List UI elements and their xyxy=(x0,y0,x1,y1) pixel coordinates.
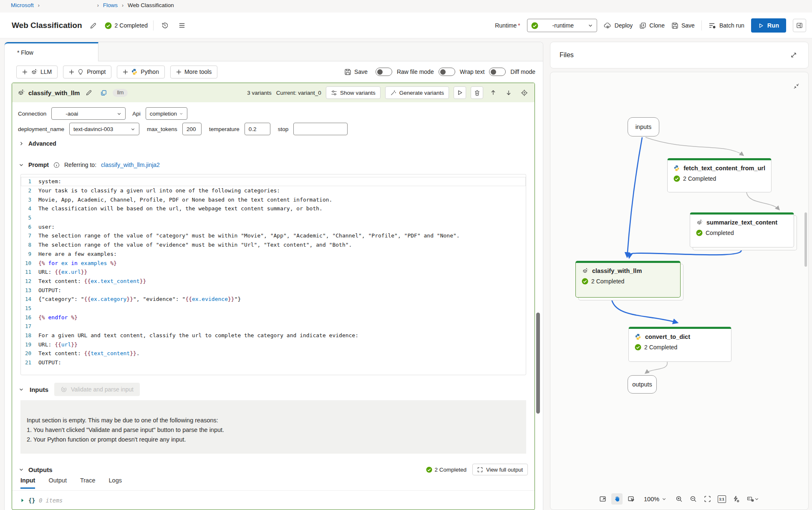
expand-files-icon[interactable] xyxy=(788,50,799,61)
temperature-input[interactable]: 0.2 xyxy=(245,123,270,135)
diff-mode-toggle[interactable] xyxy=(489,68,506,76)
code-line-9[interactable]: 9Here are a few examples: xyxy=(21,250,526,259)
connection-dropdown[interactable]: -aoai xyxy=(51,107,126,120)
code-line-10[interactable]: 10{% for ex in examples %} xyxy=(21,258,526,268)
clone-button[interactable]: Clone xyxy=(639,22,665,29)
breadcrumb-microsoft[interactable]: Microsoft xyxy=(11,2,34,8)
show-variants-button[interactable]: Show variants xyxy=(326,86,381,99)
code-line-8[interactable]: 8The selection range of the value of "ev… xyxy=(21,240,526,250)
graph-node-convert-to-dict[interactable]: convert_to_dict 2 Completed xyxy=(628,327,731,362)
validate-parse-input-button[interactable]: Validate and parse input xyxy=(54,383,140,396)
code-line-20[interactable]: 20Text content: {{text_content}}. xyxy=(21,349,526,358)
graph-node-outputs[interactable]: outputs xyxy=(628,375,657,394)
locate-node-icon[interactable] xyxy=(519,87,530,98)
tab-trace[interactable]: Trace xyxy=(80,477,96,489)
code-line-3[interactable]: 3Movie, App, Academic, Channel, Profile,… xyxy=(21,195,526,204)
run-button[interactable]: Run xyxy=(751,18,786,33)
chevron-down-icon xyxy=(662,497,666,501)
code-line-16[interactable]: 16{% endfor %} xyxy=(21,313,526,322)
breadcrumb-flows[interactable]: Flows xyxy=(103,2,118,8)
referring-label: Referring to: xyxy=(64,162,96,168)
node-display-settings-icon[interactable] xyxy=(744,493,761,505)
prompt-code-editor[interactable]: 1system:2Your task is to classify a give… xyxy=(20,174,526,375)
check-circle-icon xyxy=(673,175,680,182)
code-line-4[interactable]: 4The classification will be based on the… xyxy=(21,204,526,213)
move-down-icon[interactable] xyxy=(503,87,514,98)
code-line-19[interactable]: 19URL: {{url}} xyxy=(21,340,526,349)
stop-input[interactable] xyxy=(293,123,348,135)
max-tokens-input[interactable]: 200 xyxy=(182,123,202,135)
view-full-output-button[interactable]: View full output xyxy=(472,464,528,475)
vertical-scrollbar-thumb[interactable] xyxy=(536,313,540,414)
batch-run-button[interactable]: Batch run xyxy=(709,22,744,29)
code-line-2[interactable]: 2Your task is to classify a given url in… xyxy=(21,186,526,195)
code-line-18[interactable]: 18For a given URL and text content, clas… xyxy=(21,331,526,340)
edit-title-icon[interactable] xyxy=(88,20,99,31)
api-dropdown[interactable]: completion xyxy=(146,107,187,120)
runtime-value: -runtime xyxy=(542,22,585,29)
code-line-13[interactable]: 13OUTPUT: xyxy=(21,285,526,295)
zoom-in-icon[interactable] xyxy=(673,493,685,505)
graph-node-inputs[interactable]: inputs xyxy=(628,117,659,136)
wrap-text-toggle[interactable] xyxy=(439,68,455,76)
raw-file-mode-toggle[interactable] xyxy=(376,68,392,76)
save-flow-button[interactable]: Save xyxy=(344,68,368,76)
tab-logs[interactable]: Logs xyxy=(109,477,122,489)
deployment-name-dropdown[interactable]: text-davinci-003 xyxy=(69,123,139,135)
code-line-11[interactable]: 11URL: {{ex.url}} xyxy=(21,268,526,277)
add-prompt-button[interactable]: Prompt xyxy=(63,66,111,78)
history-icon[interactable] xyxy=(159,20,171,31)
tab-output[interactable]: Output xyxy=(48,477,67,489)
graph-node-summarize-text-content[interactable]: summarize_text_content Completed xyxy=(690,212,794,247)
auto-layout-icon[interactable] xyxy=(730,493,741,505)
add-python-button[interactable]: Python xyxy=(117,66,165,78)
code-line-6[interactable]: 6user: xyxy=(21,222,526,231)
breadcrumb-sep-icon: › xyxy=(122,3,124,8)
code-line-21[interactable]: 21OUTPUT: xyxy=(21,358,526,367)
advanced-section-header[interactable]: Advanced xyxy=(19,140,56,147)
open-panel-icon[interactable] xyxy=(793,19,806,32)
generate-variants-button[interactable]: Generate variants xyxy=(385,86,449,99)
run-node-icon[interactable] xyxy=(454,86,466,99)
more-tools-button[interactable]: More tools xyxy=(170,66,217,78)
chevron-down-icon[interactable] xyxy=(19,387,24,392)
code-line-1[interactable]: 1system: xyxy=(21,177,526,186)
fit-view-icon[interactable] xyxy=(702,493,713,505)
code-line-12[interactable]: 12Text content: {{ex.text_content}} xyxy=(21,277,526,286)
graph-node-fetch-text-content-from-url[interactable]: fetch_text_content_from_url 2 Completed xyxy=(667,158,772,192)
graph-node-classify-with-llm[interactable]: classify_with_llm 2 Completed xyxy=(575,261,681,298)
flow-graph-panel: inputs fetch_text_content_from_url 2 Com… xyxy=(550,72,809,510)
tab-flow[interactable]: * Flow xyxy=(5,42,98,61)
delete-node-icon[interactable] xyxy=(471,86,483,99)
save-icon xyxy=(344,68,351,76)
zoom-out-icon[interactable] xyxy=(688,493,699,505)
lightbulb-icon xyxy=(77,68,84,75)
fullscreen-icon[interactable] xyxy=(597,493,608,505)
select-mode-icon[interactable] xyxy=(625,493,637,505)
chevron-down-icon[interactable] xyxy=(19,467,24,472)
referring-file-link[interactable]: classify_with_llm.jinja2 xyxy=(101,162,160,168)
zoom-level-dropdown[interactable]: 100% xyxy=(644,496,666,502)
list-view-icon[interactable] xyxy=(176,20,188,31)
save-button[interactable]: Save xyxy=(671,22,695,29)
chevron-right-icon xyxy=(19,141,24,146)
code-line-15[interactable]: 15 xyxy=(21,304,526,313)
pan-hand-icon[interactable] xyxy=(611,493,623,505)
tab-input[interactable]: Input xyxy=(20,477,35,489)
move-up-icon[interactable] xyxy=(488,87,499,98)
add-llm-button[interactable]: LLM xyxy=(16,66,58,78)
expand-row-icon[interactable] xyxy=(20,498,25,502)
chevron-down-icon[interactable] xyxy=(19,162,24,167)
code-line-5[interactable]: 5 xyxy=(21,213,526,222)
actual-size-icon[interactable]: 1:1 xyxy=(716,493,727,505)
variants-count: 3 variants xyxy=(247,90,272,96)
code-line-14[interactable]: 14{"category": "{{ex.category}}", "evide… xyxy=(21,295,526,304)
deploy-button[interactable]: Deploy xyxy=(604,22,633,29)
code-line-7[interactable]: 7The selection range of the value of "ca… xyxy=(21,231,526,240)
edit-node-icon[interactable] xyxy=(83,87,94,98)
runtime-dropdown[interactable]: -runtime xyxy=(527,19,597,32)
code-line-17[interactable]: 17 xyxy=(21,322,526,331)
outputs-section-header: Outputs 2 Completed View full output xyxy=(19,464,528,475)
graph-scrollbar-thumb[interactable] xyxy=(804,212,807,267)
copy-icon[interactable] xyxy=(98,87,109,98)
